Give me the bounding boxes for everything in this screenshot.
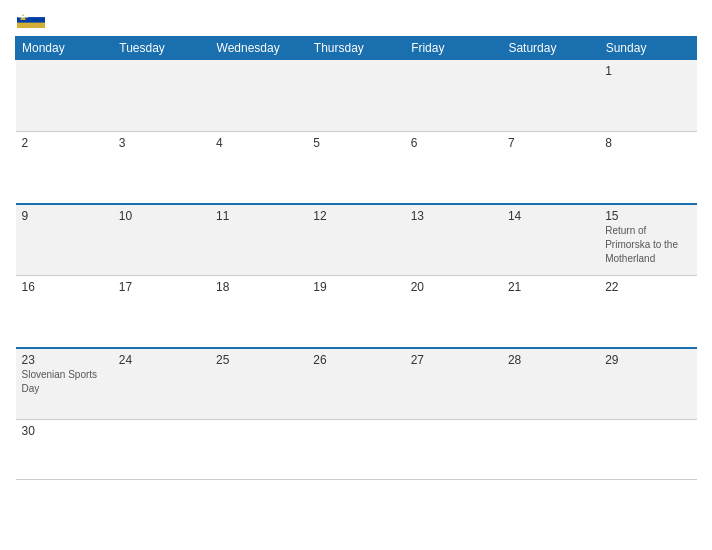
calendar-cell [113,60,210,132]
day-number: 20 [411,280,496,294]
day-number: 19 [313,280,398,294]
day-number: 27 [411,353,496,367]
day-number: 30 [22,424,107,438]
calendar-week-row: 2345678 [16,132,697,204]
calendar-cell: 8 [599,132,696,204]
weekday-header-row: MondayTuesdayWednesdayThursdayFridaySatu… [16,37,697,60]
day-number: 3 [119,136,204,150]
day-number: 17 [119,280,204,294]
day-number: 23 [22,353,107,367]
calendar-cell: 29 [599,348,696,420]
day-number: 7 [508,136,593,150]
day-number: 24 [119,353,204,367]
calendar-cell: 17 [113,276,210,348]
day-number: 8 [605,136,690,150]
calendar-cell: 21 [502,276,599,348]
calendar-body: 123456789101112131415Return of Primorska… [16,60,697,480]
day-number: 22 [605,280,690,294]
day-number: 10 [119,209,204,223]
calendar-cell: 10 [113,204,210,276]
calendar-cell [307,60,404,132]
calendar-cell [405,420,502,480]
calendar-table: MondayTuesdayWednesdayThursdayFridaySatu… [15,36,697,480]
calendar-cell: 11 [210,204,307,276]
calendar-cell: 6 [405,132,502,204]
day-number: 11 [216,209,301,223]
logo-flag-icon [17,12,45,28]
calendar-cell: 18 [210,276,307,348]
day-number: 2 [22,136,107,150]
day-number: 4 [216,136,301,150]
calendar-cell: 30 [16,420,113,480]
calendar-cell [113,420,210,480]
day-number: 13 [411,209,496,223]
calendar-cell: 12 [307,204,404,276]
weekday-header-friday: Friday [405,37,502,60]
day-number: 29 [605,353,690,367]
day-number: 21 [508,280,593,294]
calendar-cell: 27 [405,348,502,420]
day-number: 14 [508,209,593,223]
calendar-cell: 28 [502,348,599,420]
calendar-cell: 19 [307,276,404,348]
calendar-week-row: 1 [16,60,697,132]
day-number: 12 [313,209,398,223]
calendar-cell [502,60,599,132]
calendar-page: MondayTuesdayWednesdayThursdayFridaySatu… [0,0,712,550]
page-header [15,10,697,28]
calendar-cell: 7 [502,132,599,204]
day-number: 6 [411,136,496,150]
calendar-week-row: 23Slovenian Sports Day242526272829 [16,348,697,420]
calendar-cell: 1 [599,60,696,132]
day-number: 16 [22,280,107,294]
calendar-cell: 5 [307,132,404,204]
calendar-cell [16,60,113,132]
logo [15,10,45,28]
day-number: 18 [216,280,301,294]
calendar-cell: 26 [307,348,404,420]
calendar-cell: 25 [210,348,307,420]
calendar-cell: 3 [113,132,210,204]
weekday-header-thursday: Thursday [307,37,404,60]
calendar-cell: 20 [405,276,502,348]
calendar-week-row: 16171819202122 [16,276,697,348]
calendar-cell [502,420,599,480]
calendar-cell: 16 [16,276,113,348]
svg-rect-5 [18,16,28,18]
day-number: 28 [508,353,593,367]
calendar-cell [307,420,404,480]
calendar-event: Return of Primorska to the Motherland [605,225,678,264]
day-number: 25 [216,353,301,367]
calendar-cell [599,420,696,480]
weekday-header-sunday: Sunday [599,37,696,60]
calendar-cell: 22 [599,276,696,348]
weekday-header-monday: Monday [16,37,113,60]
calendar-cell [210,60,307,132]
calendar-cell [405,60,502,132]
calendar-cell: 15Return of Primorska to the Motherland [599,204,696,276]
day-number: 15 [605,209,690,223]
calendar-week-row: 30 [16,420,697,480]
day-number: 26 [313,353,398,367]
calendar-cell [210,420,307,480]
calendar-cell: 14 [502,204,599,276]
weekday-header-wednesday: Wednesday [210,37,307,60]
calendar-cell: 24 [113,348,210,420]
weekday-header-tuesday: Tuesday [113,37,210,60]
calendar-cell: 13 [405,204,502,276]
calendar-week-row: 9101112131415Return of Primorska to the … [16,204,697,276]
calendar-cell: 2 [16,132,113,204]
calendar-event: Slovenian Sports Day [22,369,98,394]
day-number: 5 [313,136,398,150]
day-number: 9 [22,209,107,223]
svg-rect-3 [17,23,45,28]
calendar-cell: 4 [210,132,307,204]
calendar-cell: 23Slovenian Sports Day [16,348,113,420]
calendar-header: MondayTuesdayWednesdayThursdayFridaySatu… [16,37,697,60]
day-number: 1 [605,64,690,78]
calendar-cell: 9 [16,204,113,276]
weekday-header-saturday: Saturday [502,37,599,60]
